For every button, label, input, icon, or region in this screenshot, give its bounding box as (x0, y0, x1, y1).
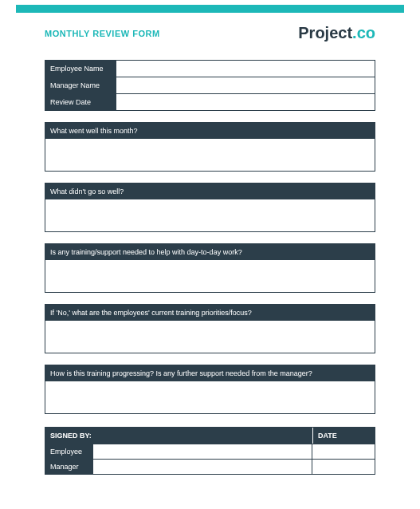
brand-main: Project (298, 24, 352, 41)
brand-logo: Project.co (298, 24, 375, 42)
manager-name-input[interactable] (117, 77, 375, 93)
sign-header-signed-by: SIGNED BY: (45, 428, 312, 444)
info-table: Employee Name Manager Name Review Date (45, 60, 375, 111)
section-answer-input[interactable] (45, 199, 375, 231)
sign-row-manager: Manager (45, 460, 375, 475)
header: MONTHLY REVIEW FORM Project.co (0, 13, 420, 50)
section-question: What didn't go so well? (45, 183, 375, 199)
form-title: MONTHLY REVIEW FORM (45, 29, 160, 38)
manager-date-input[interactable] (312, 460, 375, 474)
section-question: Is any training/support needed to help w… (45, 244, 375, 260)
section-training-progress: How is this training progressing? Is any… (45, 365, 375, 414)
section-question: How is this training progressing? Is any… (45, 365, 375, 381)
manager-signature-input[interactable] (93, 460, 312, 474)
review-date-input[interactable] (117, 94, 375, 110)
section-went-well: What went well this month? (45, 122, 375, 172)
section-answer-input[interactable] (45, 381, 375, 413)
section-question: If 'No,' what are the employees' current… (45, 305, 375, 321)
section-answer-input[interactable] (45, 321, 375, 353)
sign-label-employee: Employee (45, 444, 93, 459)
sign-table: SIGNED BY: DATE Employee Manager (45, 427, 375, 475)
section-training-needed: Is any training/support needed to help w… (45, 243, 375, 293)
review-date-label: Review Date (45, 94, 117, 110)
employee-name-label: Employee Name (45, 61, 117, 77)
brand-suffix: .co (352, 24, 375, 41)
employee-name-input[interactable] (117, 61, 375, 77)
accent-bar (16, 5, 404, 13)
sign-row-employee: Employee (45, 444, 375, 460)
sign-header-date: DATE (312, 428, 375, 444)
info-row: Review Date (45, 94, 375, 111)
section-answer-input[interactable] (45, 260, 375, 292)
section-question: What went well this month? (45, 123, 375, 139)
manager-name-label: Manager Name (45, 77, 117, 93)
sign-header: SIGNED BY: DATE (45, 428, 375, 444)
section-not-well: What didn't go so well? (45, 183, 375, 232)
employee-signature-input[interactable] (93, 444, 312, 459)
employee-date-input[interactable] (312, 444, 375, 459)
sign-label-manager: Manager (45, 460, 93, 474)
form-body: Employee Name Manager Name Review Date W… (0, 60, 420, 475)
info-row: Employee Name (45, 61, 375, 77)
section-training-priorities: If 'No,' what are the employees' current… (45, 304, 375, 353)
section-answer-input[interactable] (45, 139, 375, 171)
info-row: Manager Name (45, 77, 375, 94)
